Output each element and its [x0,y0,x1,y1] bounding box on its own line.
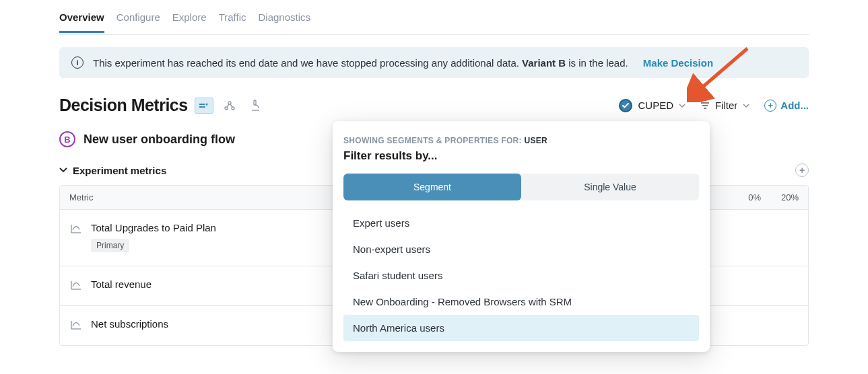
tab-traffic[interactable]: Traffic [219,2,246,32]
add-metric-button[interactable]: + [795,163,809,177]
info-bold: Variant B [522,57,566,69]
svg-point-4 [228,102,231,104]
experiment-metrics-label: Experiment metrics [73,165,166,176]
svg-line-7 [227,104,229,107]
top-tabs: Overview Configure Explore Traffic Diagn… [59,0,809,35]
info-icon: i [71,57,84,69]
col-metric: Metric [69,192,93,202]
filter-caption: SHOWING SEGMENTS & PROPERTIES FOR: USER [343,136,699,145]
add-button[interactable]: + Add... [764,100,809,112]
primary-tag: Primary [91,239,129,252]
filter-icon [700,102,710,110]
filter-type-toggle: Segment Single Value [343,174,699,200]
tab-overview[interactable]: Overview [59,2,104,33]
cuped-toggle[interactable]: CUPED [619,99,686,112]
svg-line-8 [230,104,232,107]
filter-tab-single-value[interactable]: Single Value [521,174,699,200]
svg-rect-9 [254,100,256,105]
annotation-arrow [687,42,761,102]
dense-view-icon[interactable] [195,98,213,114]
filter-caption-scope: USER [525,136,548,145]
tab-explore[interactable]: Explore [172,2,207,32]
filter-panel: SHOWING SEGMENTS & PROPERTIES FOR: USER … [333,121,710,352]
col-pct-0: 0% [748,192,761,202]
metric-name: Total Upgrades to Paid Plan [91,222,216,233]
metric-name: Net subscriptions [91,318,168,330]
svg-point-2 [205,103,207,105]
col-pct-20: 20% [781,192,799,202]
info-text: This experiment has reached its end date… [93,57,713,69]
filter-caption-pre: SHOWING SEGMENTS & PROPERTIES FOR: [343,136,525,145]
variant-badge: B [59,131,75,147]
svg-rect-0 [199,104,205,105]
filter-tab-segment[interactable]: Segment [343,174,521,200]
segment-item[interactable]: Non-expert users [343,236,699,262]
variant-name: New user onboarding flow [84,133,235,147]
segment-item[interactable]: Expert users [343,210,699,236]
svg-point-5 [225,107,228,110]
segment-list: Expert users Non-expert users Safari stu… [343,210,699,341]
tab-diagnostics[interactable]: Diagnostics [258,2,310,32]
segment-item[interactable]: Safari student users [343,262,699,289]
chevron-down-icon [59,167,67,173]
tab-configure[interactable]: Configure [116,2,160,32]
info-trail: is in the lead. [566,57,628,69]
microscope-icon[interactable] [246,98,265,114]
graph-view-icon[interactable] [220,98,239,114]
chart-icon [69,318,83,332]
cuped-label: CUPED [638,100,673,111]
experiment-metrics-toggle[interactable]: Experiment metrics [59,165,166,176]
svg-line-14 [699,48,747,90]
add-label: Add... [780,100,809,111]
filter-title: Filter results by... [343,149,699,163]
chevron-down-icon [679,104,686,108]
chart-icon [69,222,83,235]
svg-rect-1 [199,106,203,108]
check-icon [619,99,632,112]
chevron-down-icon [743,104,749,108]
plus-icon: + [764,100,776,112]
metric-name: Total revenue [91,278,152,290]
chart-icon [69,278,83,292]
svg-point-6 [232,107,234,110]
section-title: Decision Metrics [59,96,188,115]
segment-item[interactable]: North America users [343,315,699,341]
segment-item[interactable]: New Onboarding - Removed Browsers with S… [343,289,699,315]
svg-point-3 [203,106,205,108]
info-lead: This experiment has reached its end date… [93,57,522,69]
